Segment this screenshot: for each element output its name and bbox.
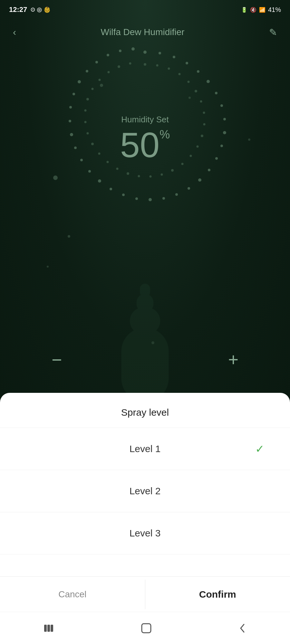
selected-check-icon: ✓ xyxy=(255,442,264,455)
spray-level-sheet: Spray level Level 1 ✓ Level 2 Level 3 Ca… xyxy=(0,393,290,644)
app-header: ‹ Wilfa Dew Humidifier ✎ xyxy=(0,19,290,45)
status-time: 12:27 ⊙ ◎ 👶 xyxy=(9,5,51,14)
battery-icon: 🔋 xyxy=(241,7,247,13)
level-options: Level 1 ✓ Level 2 Level 3 xyxy=(0,428,290,576)
nav-home-button[interactable] xyxy=(140,622,152,634)
svg-rect-73 xyxy=(51,625,53,632)
status-right-icons: 🔋 🔇 📶 41% xyxy=(241,6,281,14)
back-button[interactable]: ‹ xyxy=(13,27,16,38)
scatter-dot xyxy=(47,266,49,268)
level-3-option[interactable]: Level 3 xyxy=(0,512,290,554)
svg-rect-71 xyxy=(44,625,47,632)
svg-rect-74 xyxy=(142,624,151,633)
decrease-button[interactable]: − xyxy=(52,351,62,369)
edit-button[interactable]: ✎ xyxy=(269,27,277,38)
increase-button[interactable]: + xyxy=(228,351,238,369)
sheet-title: Spray level xyxy=(121,407,169,418)
nav-back-button[interactable] xyxy=(238,622,247,634)
humidifier-silhouette xyxy=(77,280,213,409)
wifi-icon: 📶 xyxy=(259,7,266,13)
mute-icon: 🔇 xyxy=(250,7,256,13)
status-icons: ⊙ ◎ 👶 xyxy=(30,6,51,13)
humidity-label: Humidity Set xyxy=(121,115,169,125)
action-row: Cancel Confirm xyxy=(0,576,290,612)
level-1-option[interactable]: Level 1 ✓ xyxy=(0,428,290,470)
center-display: Humidity Set 50% xyxy=(52,45,238,232)
cancel-button[interactable]: Cancel xyxy=(0,580,145,609)
humidity-controls: − + xyxy=(0,351,290,369)
status-bar: 12:27 ⊙ ◎ 👶 🔋 🔇 📶 41% xyxy=(0,0,290,19)
svg-rect-4 xyxy=(140,284,150,297)
scatter-dot xyxy=(68,235,70,238)
page-title: Wilfa Dew Humidifier xyxy=(16,27,269,37)
scatter-dot xyxy=(248,138,250,141)
sheet-title-row: Spray level xyxy=(0,393,290,428)
confirm-button[interactable]: Confirm xyxy=(145,579,290,610)
level-2-option[interactable]: Level 2 xyxy=(0,470,290,512)
android-nav-bar xyxy=(0,612,290,644)
humidity-value: 50% xyxy=(120,127,170,163)
svg-rect-72 xyxy=(47,625,50,632)
nav-menu-button[interactable] xyxy=(43,624,54,633)
